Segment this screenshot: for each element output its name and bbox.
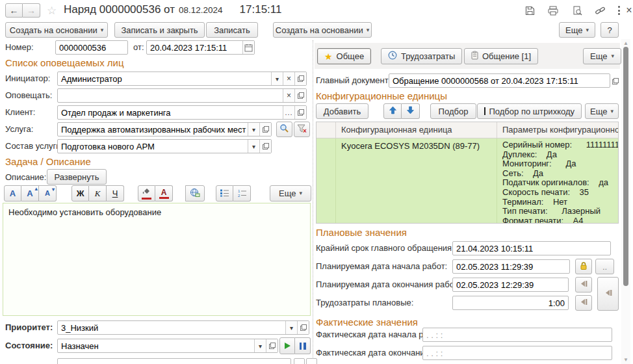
bullet-list-button[interactable]: [216, 185, 233, 202]
save-close-button[interactable]: Записать и закрыть: [114, 22, 205, 38]
nav-forward-button[interactable]: →: [23, 3, 40, 18]
lock-button[interactable]: [575, 259, 592, 274]
numbered-list-button[interactable]: 12: [233, 185, 251, 202]
font-decrease-button[interactable]: А▾: [39, 185, 57, 202]
service-field[interactable]: Поддержка автоматизированных рабочих мес…: [57, 122, 272, 136]
close-icon[interactable]: ×: [623, 5, 633, 16]
main-doc-field[interactable]: Обращение 0000000568 от 20.04.2023 17:15…: [389, 73, 610, 88]
italic-button[interactable]: К: [89, 185, 107, 202]
open-icon[interactable]: [294, 89, 306, 102]
plan-effort-field[interactable]: 1:00: [452, 296, 569, 310]
service-search-button[interactable]: [276, 122, 292, 137]
service-label: Услуга:: [5, 122, 33, 136]
chevron-down-icon[interactable]: ▾: [271, 72, 283, 85]
more-button-tabs[interactable]: Еще ▾: [583, 48, 621, 64]
open-icon[interactable]: [266, 339, 278, 352]
clear-icon[interactable]: ×: [283, 89, 294, 102]
create-based-on-label: Создать на основании: [10, 25, 97, 35]
client-field[interactable]: Отдел продаж и маркетинга ...: [57, 105, 307, 120]
priority-field[interactable]: 3_Низкий ▾: [57, 320, 309, 335]
pick-barcode-button[interactable]: Подбор по штрихкоду: [477, 103, 582, 119]
open-icon[interactable]: [259, 140, 271, 153]
copy-plan-effort-button[interactable]: [575, 295, 592, 311]
scroll-up-icon[interactable]: ▲: [621, 40, 630, 46]
more-button-config[interactable]: Еще ▾: [585, 103, 619, 119]
panel-splitter[interactable]: [313, 40, 313, 364]
open-icon[interactable]: [612, 77, 619, 86]
initiator-label: Инициатор:: [5, 72, 50, 86]
chevron-down-icon[interactable]: ▾: [248, 123, 259, 136]
pause-button[interactable]: [295, 337, 311, 354]
save-button[interactable]: Записать: [206, 22, 258, 38]
move-up-button[interactable]: [383, 103, 402, 119]
clock-icon: [388, 51, 397, 62]
font-button[interactable]: А: [4, 185, 21, 202]
service-content-value: Подготовка нового АРМ: [58, 142, 248, 151]
open-icon[interactable]: [259, 123, 271, 136]
vertical-scrollbar[interactable]: ▲ ▼: [621, 39, 630, 364]
chevron-down-icon: ▾: [367, 27, 370, 33]
link-icon[interactable]: [594, 5, 606, 16]
number-field[interactable]: 0000000536: [55, 40, 128, 55]
chevron-down-icon: ▾: [101, 27, 104, 33]
start-button[interactable]: [279, 337, 295, 354]
copy-plan-end-button[interactable]: [575, 277, 592, 292]
pick-button[interactable]: Подбор: [430, 103, 476, 119]
table-row[interactable]: Kyocera ECOSYS M2035DN (89-77) Серийный …: [316, 138, 618, 224]
service-content-field[interactable]: Подготовка нового АРМ ▾: [57, 139, 272, 153]
initiator-field[interactable]: Администратор ▾ ×: [57, 72, 307, 86]
nav-back-button[interactable]: ←: [5, 3, 23, 18]
clipped-bottom-field[interactable]: [57, 358, 291, 364]
underline-icon: Ч: [112, 189, 118, 198]
fill-color-button[interactable]: [138, 185, 155, 202]
save-icon[interactable]: [524, 5, 536, 16]
open-icon[interactable]: [297, 321, 309, 334]
add-button[interactable]: Добавить: [316, 103, 368, 119]
copy-all-planned-button[interactable]: [597, 277, 619, 311]
scroll-down-icon[interactable]: ▼: [621, 357, 630, 363]
tab-general[interactable]: ★ Общее: [317, 48, 371, 64]
clipped-bottom-seg-1[interactable]: [294, 358, 305, 364]
preview-icon[interactable]: [571, 5, 583, 16]
more-button-top[interactable]: Еще ▾: [559, 22, 595, 38]
ellipsis-icon[interactable]: ...: [283, 106, 294, 119]
expand-button[interactable]: Развернуть: [47, 169, 107, 185]
section-planned-values: Плановые значения: [316, 227, 407, 238]
create-based-on-button-2[interactable]: Создать на основании ▾: [273, 22, 372, 38]
fact-end-field[interactable]: . . : :: [422, 346, 612, 360]
state-field[interactable]: Назначен ▾: [57, 339, 278, 353]
bold-button[interactable]: Ж: [71, 185, 89, 202]
move-down-button[interactable]: [402, 103, 420, 119]
config-units-table[interactable]: Конфигурационная единица Параметры конфи…: [316, 122, 619, 224]
font-color-button[interactable]: А: [155, 185, 173, 202]
chevron-down-icon[interactable]: ▾: [285, 321, 297, 334]
chevron-down-icon[interactable]: ▾: [254, 339, 266, 352]
notify-field[interactable]: ×: [57, 88, 307, 103]
deadline-field[interactable]: 21.04.2023 10:15:11: [452, 241, 611, 255]
date-field[interactable]: 20.04.2023 17:15:11: [146, 40, 255, 55]
underline-button[interactable]: Ч: [107, 185, 124, 202]
clear-filter-button[interactable]: ×: [294, 122, 310, 137]
print-icon[interactable]: [547, 5, 559, 16]
help-button[interactable]: ?: [601, 22, 619, 38]
fact-start-field[interactable]: . . : :: [422, 328, 612, 342]
clear-icon[interactable]: ×: [283, 72, 294, 85]
create-based-on-button[interactable]: Создать на основании ▾: [5, 22, 108, 38]
open-icon[interactable]: [294, 72, 306, 85]
scrollbar-thumb[interactable]: [623, 47, 628, 286]
chevron-down-icon[interactable]: ▾: [248, 140, 259, 153]
plan-start-field[interactable]: 02.05.2023 11:29:39: [452, 259, 570, 274]
hyperlink-button[interactable]: [185, 185, 205, 202]
dots-button[interactable]: ..: [595, 259, 614, 274]
back-arrow-icon: ←: [10, 5, 19, 16]
pick-barcode-label: Подбор по штрихкоду: [489, 107, 575, 116]
calendar-icon[interactable]: [242, 41, 254, 54]
more-button-format[interactable]: Еще ▾: [270, 185, 311, 202]
description-editor[interactable]: Необходимо установить оборудование: [3, 203, 311, 316]
plan-end-field[interactable]: 02.05.2023 12:29:39: [452, 278, 569, 292]
favorite-star-icon[interactable]: ☆: [47, 4, 57, 18]
tab-communication[interactable]: Общение [1]: [464, 48, 538, 64]
open-icon[interactable]: [294, 106, 306, 119]
tab-labor[interactable]: Трудозатраты: [381, 48, 462, 64]
font-increase-button[interactable]: А▴: [21, 185, 39, 202]
